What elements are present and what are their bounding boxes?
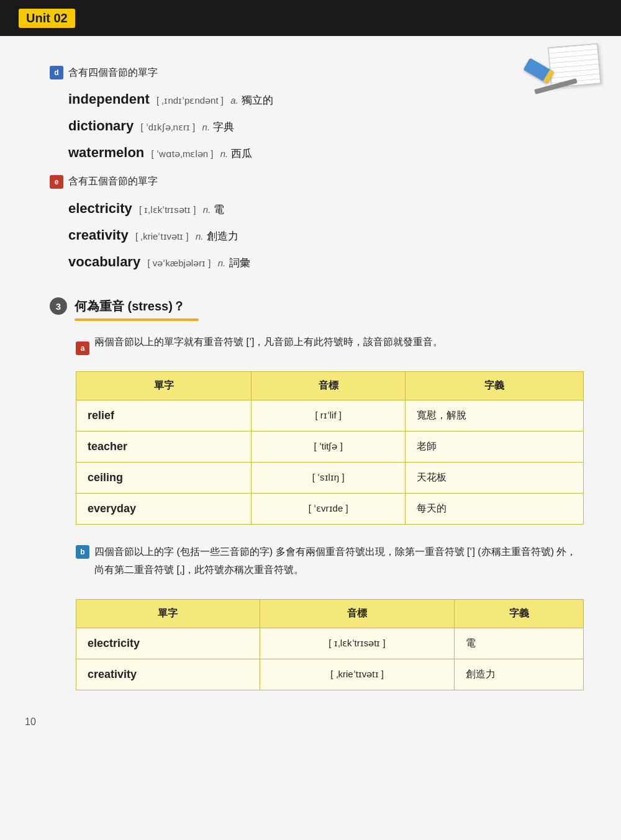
unit-badge: Unit 02 bbox=[19, 9, 75, 28]
col-header-word-b: 單字 bbox=[76, 599, 260, 628]
cell-word: ceiling bbox=[76, 462, 252, 493]
meaning: 獨立的 bbox=[242, 94, 273, 106]
top-bar: Unit 02 bbox=[0, 0, 621, 36]
meaning: 電 bbox=[214, 204, 224, 215]
meaning: 詞彙 bbox=[229, 257, 250, 269]
word-en: dictionary bbox=[68, 118, 134, 133]
word-en: creativity bbox=[68, 227, 129, 243]
word-en: electricity bbox=[68, 201, 132, 216]
cell-phonetic: [ rɪˈlif ] bbox=[252, 400, 406, 431]
col-header-meaning-a: 字義 bbox=[405, 371, 583, 400]
section3-underline bbox=[75, 318, 199, 321]
phonetic: [ ˌkrieˈtɪvətɪ ] bbox=[135, 231, 189, 242]
content-area: d 含有四個音節的單字 independent [ ˌɪndɪˈpɛndənt … bbox=[0, 36, 621, 746]
cell-word: relief bbox=[76, 400, 252, 431]
phonetic: [ ˈwɑtəˌmɛlən ] bbox=[152, 148, 214, 159]
word-entry-creativity: creativity [ ˌkrieˈtɪvətɪ ] n. 創造力 bbox=[68, 224, 584, 246]
col-header-phonetic-a: 音標 bbox=[252, 371, 406, 400]
pos: n. bbox=[218, 258, 226, 268]
pos: n. bbox=[196, 231, 204, 242]
cell-word: creativity bbox=[76, 659, 260, 690]
meaning: 西瓜 bbox=[231, 148, 252, 160]
pos: n. bbox=[220, 148, 229, 159]
decoration bbox=[522, 45, 599, 111]
pos: n. bbox=[203, 204, 211, 215]
section-d-title: 含有四個音節的單字 bbox=[68, 66, 158, 79]
col-header-phonetic-b: 音標 bbox=[260, 599, 455, 628]
sub-content-b: b 四個音節以上的字 (包括一些三音節的字) 多會有兩個重音符號出現，除第一重音… bbox=[76, 543, 584, 690]
sub-b-header: b 四個音節以上的字 (包括一些三音節的字) 多會有兩個重音符號出現，除第一重音… bbox=[76, 543, 584, 590]
col-header-word-a: 單字 bbox=[76, 371, 252, 400]
table-row: creativity [ ˌkrieˈtɪvətɪ ] 創造力 bbox=[76, 659, 584, 690]
meaning: 字典 bbox=[213, 121, 234, 133]
table-row: relief [ rɪˈlif ] 寬慰，解脫 bbox=[76, 400, 584, 431]
cell-meaning: 寬慰，解脫 bbox=[405, 400, 583, 431]
section-e-header: e 含有五個音節的單字 bbox=[50, 175, 584, 189]
section-e-title: 含有五個音節的單字 bbox=[68, 175, 158, 188]
section-d-words: independent [ ˌɪndɪˈpɛndənt ] a. 獨立的 dic… bbox=[50, 88, 584, 164]
phonetic: [ vəˈkæbjələrɪ ] bbox=[147, 258, 211, 268]
meaning: 創造力 bbox=[207, 230, 238, 242]
phonetic: [ ˈdɪkʃəˌnɛrɪ ] bbox=[140, 122, 195, 132]
section-d-header: d 含有四個音節的單字 bbox=[50, 66, 584, 79]
sub-a-header: a 兩個音節以上的單字就有重音符號 [ˈ]，凡音節上有此符號時，該音節就發重音。 bbox=[76, 333, 584, 363]
col-header-meaning-b: 字義 bbox=[455, 599, 584, 628]
cell-meaning: 電 bbox=[455, 628, 584, 659]
table-row: teacher [ ˈtitʃə ] 老師 bbox=[76, 431, 584, 462]
sub-a-text: 兩個音節以上的單字就有重音符號 [ˈ]，凡音節上有此符號時，該音節就發重音。 bbox=[94, 333, 443, 351]
sub-content-a: a 兩個音節以上的單字就有重音符號 [ˈ]，凡音節上有此符號時，該音節就發重音。… bbox=[76, 333, 584, 525]
section3-number: 3 bbox=[50, 297, 67, 315]
word-en: vocabulary bbox=[68, 254, 140, 269]
sub-b-text: 四個音節以上的字 (包括一些三音節的字) 多會有兩個重音符號出現，除第一重音符號… bbox=[94, 543, 584, 579]
label-a: a bbox=[76, 341, 89, 355]
phonetic: [ ɪˌlɛkˈtrɪsətɪ ] bbox=[139, 204, 196, 215]
cell-meaning: 創造力 bbox=[455, 659, 584, 690]
word-entry-vocabulary: vocabulary [ vəˈkæbjələrɪ ] n. 詞彙 bbox=[68, 251, 584, 273]
section3-header: 3 何為重音 (stress)？ bbox=[50, 297, 584, 315]
word-en: watermelon bbox=[68, 145, 144, 160]
table-b: 單字 音標 字義 electricity [ ɪˌlɛkˈtrɪsətɪ ] 電… bbox=[76, 599, 584, 690]
word-entry-electricity: electricity [ ɪˌlɛkˈtrɪsətɪ ] n. 電 bbox=[68, 197, 584, 219]
cell-phonetic: [ ˈtitʃə ] bbox=[252, 431, 406, 462]
cell-word: electricity bbox=[76, 628, 260, 659]
table-row: ceiling [ ˈsɪlɪŋ ] 天花板 bbox=[76, 462, 584, 493]
cell-meaning: 老師 bbox=[405, 431, 583, 462]
page-number: 10 bbox=[25, 716, 36, 728]
word-entry-watermelon: watermelon [ ˈwɑtəˌmɛlən ] n. 西瓜 bbox=[68, 142, 584, 163]
cell-phonetic: [ ˌkrieˈtɪvətɪ ] bbox=[260, 659, 455, 690]
cell-meaning: 天花板 bbox=[405, 462, 583, 493]
cell-phonetic: [ ɪˌlɛkˈtrɪsətɪ ] bbox=[260, 628, 455, 659]
cell-phonetic: [ ˈɛvrɪde ] bbox=[252, 493, 406, 524]
cell-meaning: 每天的 bbox=[405, 493, 583, 524]
word-en: independent bbox=[68, 91, 150, 107]
cell-word: everyday bbox=[76, 493, 252, 524]
phonetic: [ ˌɪndɪˈpɛndənt ] bbox=[156, 95, 224, 106]
table-row: electricity [ ɪˌlɛkˈtrɪsətɪ ] 電 bbox=[76, 628, 584, 659]
section3-title: 何為重音 (stress)？ bbox=[75, 298, 185, 315]
label-e: e bbox=[50, 175, 63, 189]
word-entry-independent: independent [ ˌɪndɪˈpɛndənt ] a. 獨立的 bbox=[68, 88, 584, 110]
word-entry-dictionary: dictionary [ ˈdɪkʃəˌnɛrɪ ] n. 字典 bbox=[68, 115, 584, 137]
cell-phonetic: [ ˈsɪlɪŋ ] bbox=[252, 462, 406, 493]
section-e-words: electricity [ ɪˌlɛkˈtrɪsətɪ ] n. 電 creat… bbox=[50, 197, 584, 273]
pos: a. bbox=[230, 95, 238, 106]
table-a: 單字 音標 字義 relief [ rɪˈlif ] 寬慰，解脫 teacher bbox=[76, 371, 584, 525]
page: Unit 02 d 含有四個音節的單字 independent [ ˌɪndɪˈ… bbox=[0, 0, 621, 840]
pos: n. bbox=[202, 122, 211, 132]
section3: 3 何為重音 (stress)？ a 兩個音節以上的單字就有重音符號 [ˈ]，凡… bbox=[50, 297, 584, 690]
label-d: d bbox=[50, 66, 63, 79]
table-row: everyday [ ˈɛvrɪde ] 每天的 bbox=[76, 493, 584, 524]
label-b: b bbox=[76, 545, 89, 559]
cell-word: teacher bbox=[76, 431, 252, 462]
